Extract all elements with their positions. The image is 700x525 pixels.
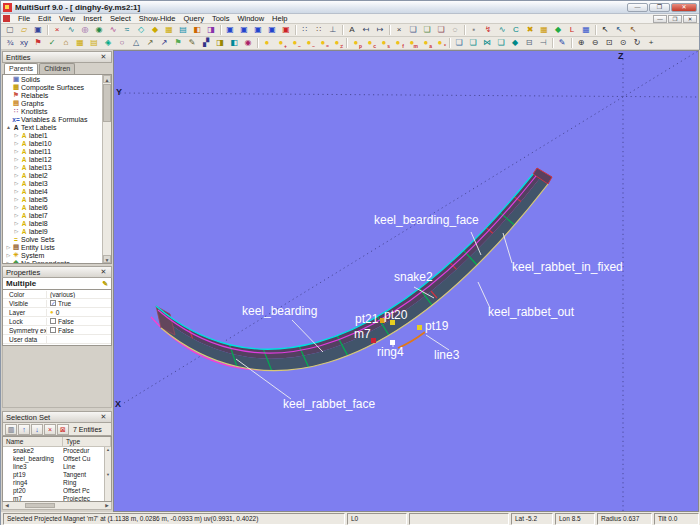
distance-icon[interactable]: ↯: [481, 24, 495, 36]
show-invert-icon[interactable]: ●≠: [330, 37, 344, 49]
scale-icon[interactable]: ◆: [508, 37, 522, 49]
ortho-icon[interactable]: ⊥: [326, 24, 340, 36]
menu-query[interactable]: Query: [179, 14, 207, 23]
menu-tools[interactable]: Tools: [208, 14, 234, 23]
expander-icon[interactable]: ▷: [13, 140, 20, 146]
expander-icon[interactable]: ▷: [13, 220, 20, 226]
insert-solid-icon[interactable]: ◆: [148, 24, 162, 36]
expander-icon[interactable]: ▷: [5, 244, 12, 250]
menu-file[interactable]: File: [14, 14, 34, 23]
show-labels-icon[interactable]: ●a: [419, 37, 433, 49]
select-all-icon[interactable]: ❏: [434, 24, 448, 36]
minimize-button[interactable]: —: [627, 3, 648, 12]
tri-icon[interactable]: △: [129, 37, 143, 49]
insert-point-icon[interactable]: ∿: [64, 24, 78, 36]
tree-item-label13[interactable]: ▷Alabel13: [3, 163, 102, 171]
tab-children[interactable]: Children: [39, 63, 75, 74]
selection-row-pt19[interactable]: pt19Tangent: [3, 471, 111, 479]
flag-green-icon[interactable]: ⚑: [171, 37, 185, 49]
viewport-label-pt19[interactable]: pt19: [425, 319, 448, 333]
tree-item-label2[interactable]: ▷Alabel2: [3, 171, 102, 179]
tree-item-label4[interactable]: ▷Alabel4: [3, 187, 102, 195]
show-all-icon[interactable]: ●: [260, 37, 274, 49]
properties-close-icon[interactable]: ✕: [99, 268, 108, 276]
next-view-icon[interactable]: ↦: [373, 24, 387, 36]
property-value-layer[interactable]: ●0: [47, 309, 111, 316]
tree-item-composite-surfaces[interactable]: ▦Composite Surfaces: [3, 83, 102, 91]
checkbox-unchecked-icon[interactable]: [50, 318, 56, 324]
property-value-visible[interactable]: ✓True: [47, 300, 111, 307]
tree-item-label12[interactable]: ▷Alabel12: [3, 155, 102, 163]
show-add-icon[interactable]: ●+: [274, 37, 288, 49]
tree-item-text-labels[interactable]: ▲AText Labels: [3, 123, 102, 131]
tree-item-label9[interactable]: ▷Alabel9: [3, 227, 102, 235]
insert-snake-icon[interactable]: ≈: [120, 24, 134, 36]
scroll-up-icon[interactable]: ▲: [103, 75, 111, 83]
intersect-icon[interactable]: ✖: [523, 24, 537, 36]
text-label-icon[interactable]: A: [345, 24, 359, 36]
viewport-label-pt20[interactable]: pt20: [384, 308, 407, 322]
insert-prism-icon[interactable]: ◨: [204, 24, 218, 36]
child-close-button[interactable]: ✕: [683, 15, 697, 23]
selection-row-keel-bearding[interactable]: keel_beardingOffset Cu: [3, 455, 111, 463]
ss-move-up-icon[interactable]: ↑: [18, 424, 30, 435]
insert-composite-icon[interactable]: ▦: [162, 24, 176, 36]
delete-entity-icon[interactable]: ×: [50, 24, 64, 36]
property-value-lock[interactable]: False: [47, 318, 111, 325]
mesh-icon[interactable]: ▦: [537, 24, 551, 36]
expander-icon[interactable]: ▲: [5, 124, 12, 130]
pt19-marker[interactable]: [417, 325, 422, 330]
expander-icon[interactable]: ▷: [13, 180, 20, 186]
tree-item-label10[interactable]: ▷Alabel10: [3, 139, 102, 147]
dot-ring-icon[interactable]: ◉: [241, 37, 255, 49]
expander-icon[interactable]: ▷: [13, 172, 20, 178]
insert-curve-icon[interactable]: ∿: [106, 24, 120, 36]
property-value-color[interactable]: (various): [47, 291, 111, 298]
rotate-copy-icon[interactable]: ❏: [494, 37, 508, 49]
view-render-icon[interactable]: ▣: [279, 24, 293, 36]
tree-item-label5[interactable]: ▷Alabel5: [3, 195, 102, 203]
snap-grid-icon[interactable]: ∷: [298, 24, 312, 36]
tree-item-graphs[interactable]: ▤Graphs: [3, 99, 102, 107]
expander-icon[interactable]: ▷: [13, 156, 20, 162]
trim-icon[interactable]: ⊟: [522, 37, 536, 49]
tree-item-no-dependents[interactable]: ▷❖No Dependents: [3, 259, 102, 264]
length-icon[interactable]: L: [565, 24, 579, 36]
menu-edit[interactable]: Edit: [34, 14, 55, 23]
table-gold-icon[interactable]: ▤: [87, 37, 101, 49]
scroll-right-icon[interactable]: ▶: [103, 502, 111, 509]
expander-icon[interactable]: ▷: [13, 148, 20, 154]
expander-icon[interactable]: ▷: [13, 212, 20, 218]
half-left-icon[interactable]: ◧: [227, 37, 241, 49]
selection-table-scrollbar[interactable]: ▲▼: [104, 447, 111, 501]
mirror-icon[interactable]: ⋈: [480, 37, 494, 49]
prev-view-icon[interactable]: ↤: [359, 24, 373, 36]
selection-row-m7[interactable]: m7Projectec: [3, 495, 111, 502]
hscrollbar-thumb[interactable]: [25, 503, 55, 508]
checkbox-unchecked-icon[interactable]: [50, 327, 56, 333]
close-button[interactable]: ✕: [671, 3, 697, 12]
ss-move-down-icon[interactable]: ↓: [31, 424, 43, 435]
tree-item-label11[interactable]: ▷Alabel11: [3, 147, 102, 155]
viewport-label-keel-rabbet-in-fixed[interactable]: keel_rabbet_in_fixed: [512, 260, 623, 274]
select-lasso-icon[interactable]: ◌: [448, 24, 462, 36]
select-parents-icon[interactable]: ❏: [406, 24, 420, 36]
view-wireframe-icon[interactable]: ▣: [223, 24, 237, 36]
menu-help[interactable]: Help: [268, 14, 291, 23]
viewport-label-keel-rabbet-out[interactable]: keel_rabbet_out: [488, 305, 574, 319]
expander-icon[interactable]: ▷: [13, 188, 20, 194]
insert-cube-icon[interactable]: ◧: [190, 24, 204, 36]
tree-item-solids[interactable]: ▣Solids: [3, 75, 102, 83]
scroll-left-icon[interactable]: ◀: [3, 502, 11, 509]
viewport-label-ring4[interactable]: ring4: [377, 345, 404, 359]
selection-row-pt20[interactable]: pt20Offset Pc: [3, 487, 111, 495]
show-only-icon[interactable]: ●=: [316, 37, 330, 49]
insert-grid-icon[interactable]: ▤: [176, 24, 190, 36]
poly-icon[interactable]: ○: [115, 37, 129, 49]
tree-item-label7[interactable]: ▷Alabel7: [3, 211, 102, 219]
duplicate-icon[interactable]: ❏: [466, 37, 480, 49]
gem-icon[interactable]: ◈: [101, 37, 115, 49]
insert-magnet-icon[interactable]: ◉: [92, 24, 106, 36]
viewport-label-snake2[interactable]: snake2: [394, 270, 433, 284]
curvature-icon[interactable]: ∿: [495, 24, 509, 36]
